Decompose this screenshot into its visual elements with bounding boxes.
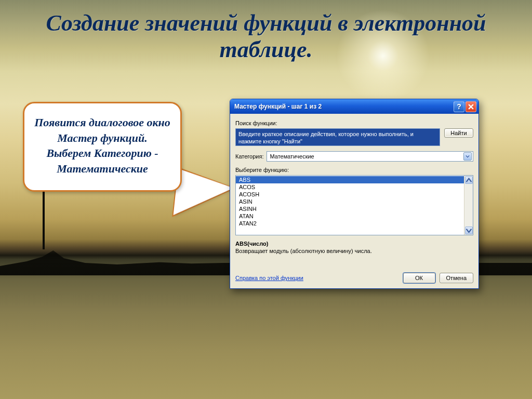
- titlebar-help-button[interactable]: ?: [454, 101, 464, 112]
- chevron-down-icon: [466, 155, 470, 158]
- titlebar-close-button[interactable]: [466, 101, 476, 112]
- listbox-scrollbar[interactable]: [464, 176, 473, 235]
- speech-bubble: Появится диалоговое окно Мастер функций.…: [23, 102, 182, 192]
- cancel-button[interactable]: Отмена: [440, 273, 473, 283]
- close-icon: [468, 104, 474, 110]
- function-description: Возвращает модуль (абсолютную величину) …: [235, 248, 473, 254]
- search-input-text: Введите краткое описание действия, котор…: [238, 131, 414, 144]
- dialog-titlebar[interactable]: Мастер функций - шаг 1 из 2 ?: [230, 99, 478, 114]
- scroll-up-button[interactable]: [465, 176, 473, 184]
- help-link[interactable]: Справка по этой функции: [235, 275, 303, 281]
- list-item[interactable]: ASINH: [236, 205, 464, 212]
- function-wizard-dialog: Мастер функций - шаг 1 из 2 ? Поиск функ…: [230, 99, 479, 289]
- ok-button[interactable]: ОК: [403, 273, 435, 283]
- search-input[interactable]: Введите краткое описание действия, котор…: [235, 128, 440, 146]
- help-icon: ?: [457, 102, 461, 111]
- category-value: Математические: [270, 153, 463, 159]
- select-function-label: Выберите функцию:: [235, 167, 473, 173]
- list-item[interactable]: ACOSH: [236, 191, 464, 198]
- speech-bubble-text: Появится диалоговое окно Мастер функций.…: [34, 116, 170, 175]
- find-button[interactable]: Найти: [444, 128, 473, 138]
- category-label: Категория:: [235, 153, 263, 159]
- function-listbox[interactable]: ABS ACOS ACOSH ASIN ASINH ATAN ATAN2: [235, 175, 473, 235]
- search-label: Поиск функции:: [235, 120, 473, 126]
- dropdown-button[interactable]: [463, 152, 472, 161]
- list-item[interactable]: ATAN2: [236, 220, 464, 227]
- spire-decoration: [43, 187, 45, 249]
- chevron-down-icon: [466, 228, 472, 233]
- category-dropdown[interactable]: Математические: [267, 151, 473, 162]
- slide-title: Создание значений функций в электронной …: [0, 10, 532, 63]
- list-item[interactable]: ABS: [236, 176, 464, 183]
- list-item[interactable]: ASIN: [236, 198, 464, 205]
- speech-bubble-tail: [174, 168, 235, 221]
- function-list-items: ABS ACOS ACOSH ASIN ASINH ATAN ATAN2: [236, 176, 464, 235]
- scroll-down-button[interactable]: [465, 227, 473, 234]
- list-item[interactable]: ATAN: [236, 212, 464, 220]
- scroll-track[interactable]: [465, 184, 473, 226]
- chevron-up-icon: [466, 178, 472, 183]
- function-syntax: ABS(число): [235, 241, 473, 247]
- list-item[interactable]: ACOS: [236, 183, 464, 191]
- dialog-body: Поиск функции: Введите краткое описание …: [230, 114, 478, 288]
- dialog-title: Мастер функций - шаг 1 из 2: [234, 103, 453, 110]
